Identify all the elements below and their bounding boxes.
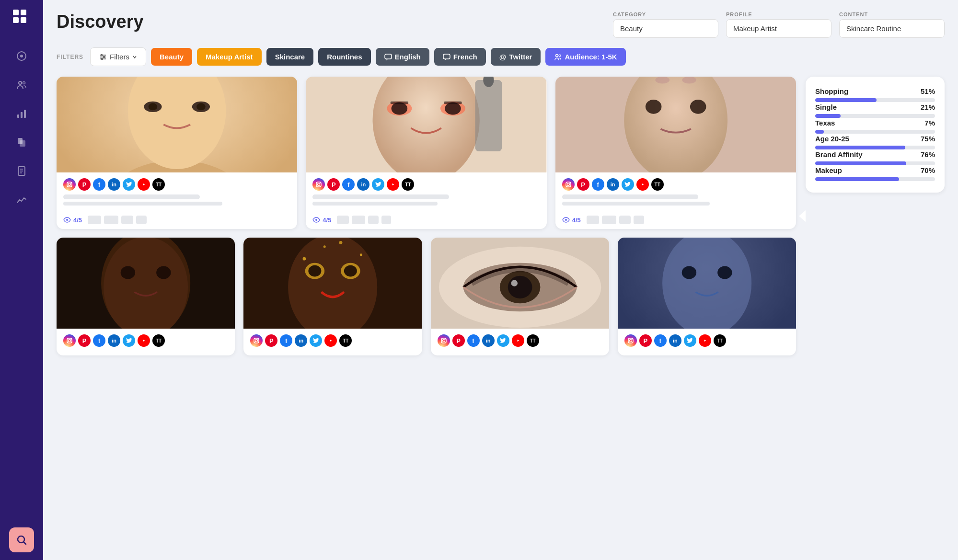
logo [11,8,32,32]
content-input[interactable] [839,19,945,38]
english-chip[interactable]: English [376,48,429,66]
sidebar-item-discovery[interactable] [9,527,34,552]
metric-brand-pct: 76% [921,150,935,159]
svg-point-88 [303,257,306,261]
svg-point-104 [442,340,445,342]
card-2-name-bar [312,194,449,199]
instagram-icon-7 [624,334,637,347]
sidebar-item-files[interactable] [9,130,34,155]
beauty-chip[interactable]: Beauty [151,48,192,66]
header: Discovery CATEGORY PROFILE CONTENT [57,11,945,38]
card-5-image [243,238,422,329]
card-2-body: P f in TT [306,172,546,213]
linkedin-icon: in [108,178,120,191]
sidebar-item-analytics[interactable] [9,101,34,126]
sidebar-item-dashboard[interactable] [9,44,34,69]
card-1-socials: P f in [63,178,290,191]
twitter-icon-4 [123,334,135,347]
svg-point-115 [632,339,633,340]
twitter-icon [123,178,135,191]
youtube-icon-5 [324,334,337,347]
influencer-card-2[interactable]: P f in TT [306,77,546,229]
svg-point-70 [565,219,567,221]
linkedin-icon-5: in [295,334,307,347]
metric-age-bar-bg [815,146,935,149]
youtube-icon-4 [138,334,150,347]
svg-point-77 [69,340,71,342]
svg-point-23 [104,56,105,57]
svg-point-66 [567,183,569,186]
instagram-icon-3 [562,178,575,191]
twitter-icon-3 [622,178,634,191]
card-6-image [431,238,609,329]
skincare-chip[interactable]: Skincare [266,48,314,66]
metric-single: Single 21% [815,103,935,118]
card-1-desc-bar [63,202,222,206]
svg-point-7 [23,82,25,84]
filters-row: FILTERS Filters Beauty Makeup Artist Ski… [57,47,945,66]
sidebar-item-charts[interactable] [9,187,34,212]
facebook-icon-3: f [592,178,604,191]
metric-brand-affinity: Brand Affinity 76% [815,150,935,165]
content-filter-group: CONTENT [839,11,945,38]
french-chip-label: French [453,53,477,61]
card-3-image [555,77,796,172]
metric-shopping-bar [815,98,877,102]
sidebar-item-users[interactable] [9,72,34,97]
influencer-card-6[interactable]: P f in TT [431,238,609,355]
linkedin-icon-3: in [607,178,619,191]
pinterest-icon-4: P [78,334,91,347]
french-chip[interactable]: French [434,48,486,66]
metric-texas-pct: 7% [924,119,935,127]
svg-point-48 [445,102,461,114]
linkedin-icon-6: in [482,334,495,347]
svg-point-61 [646,100,661,114]
card-1-stats [88,216,147,224]
card-3-view-count: 4/5 [572,217,581,224]
card-6-body: P f in TT [431,329,609,355]
linkedin-icon-4: in [108,334,120,347]
influencer-card-5[interactable]: P f in TT [243,238,422,355]
makeup-artist-chip[interactable]: Makeup Artist [197,48,262,66]
card-1-image [57,77,297,172]
twitter-chip[interactable]: @ Twitter [491,48,541,66]
pinterest-icon-5: P [265,334,277,347]
cards-grid-row1: P f in [57,77,796,229]
tiktok-icon-6: TT [527,334,539,347]
metric-makeup-pct: 70% [921,166,935,174]
makeup-artist-chip-label: Makeup Artist [206,53,253,61]
filters-settings-button[interactable]: Filters [90,47,146,66]
eye-icon [63,216,71,224]
svg-point-91 [339,241,343,244]
svg-rect-49 [391,102,408,104]
influencer-card-7[interactable]: P f in TT [618,238,796,355]
card-3-views: 4/5 [562,216,581,224]
instagram-icon-4 [63,334,76,347]
svg-point-47 [392,102,407,114]
audience-icon [554,53,562,61]
svg-point-114 [629,340,632,342]
side-panel: Shopping 51% Single 21% [806,77,945,193]
skincare-chip-label: Skincare [275,53,305,61]
influencer-card-3[interactable]: P f in TT [555,77,796,229]
stat-chip [381,216,391,224]
profile-input[interactable] [726,19,831,38]
svg-point-24 [102,58,103,59]
metric-shopping-bar-bg [815,98,935,102]
svg-rect-3 [21,17,26,23]
tiktok-icon: TT [152,178,165,191]
routines-chip[interactable]: Rountines [318,48,370,66]
facebook-icon-4: f [93,334,105,347]
sidebar-item-tasks[interactable] [9,159,34,183]
category-input[interactable] [613,19,718,38]
svg-rect-26 [443,54,450,59]
stat-chip [368,216,379,224]
metric-single-bar [815,114,841,118]
card-2-views: 4/5 [312,216,331,224]
influencer-card-1[interactable]: P f in [57,77,297,229]
page-title: Discovery [57,11,144,32]
audience-chip[interactable]: Audience: 1-5K [545,48,625,66]
influencer-card-4[interactable]: P f in TT [57,238,235,355]
svg-point-101 [508,276,532,298]
svg-point-42 [66,219,68,221]
